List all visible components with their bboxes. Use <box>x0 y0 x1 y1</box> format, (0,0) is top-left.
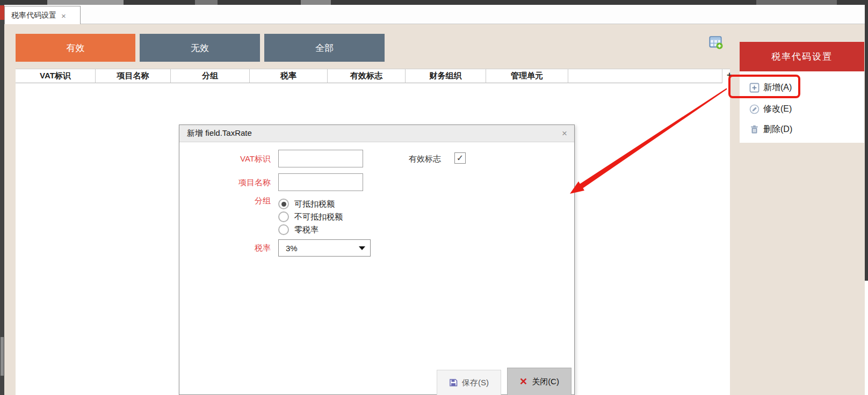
radio-deductible[interactable]: 可抵扣税额 <box>278 198 335 210</box>
radio-icon <box>278 199 289 209</box>
item-name-input[interactable] <box>278 173 363 191</box>
radio-icon <box>278 211 289 222</box>
radio-label: 可抵扣税额 <box>294 199 335 209</box>
table-export-icon <box>709 35 723 49</box>
vat-field-label: VAT标识 <box>179 150 271 168</box>
filter-invalid-button[interactable]: 无效 <box>140 34 260 62</box>
dialog-close-icon[interactable]: × <box>562 128 567 139</box>
table-header-row: VAT标识 项目名称 分组 税率 有效标志 财务组织 管理单元 <box>16 69 722 83</box>
titlebar-fragment <box>756 0 837 5</box>
tax-rate-value: 3% <box>279 244 359 253</box>
left-edge-red-marker <box>0 5 4 20</box>
vat-input[interactable] <box>278 150 363 167</box>
filter-invalid-label: 无效 <box>191 42 209 54</box>
filter-valid-button[interactable]: 有效 <box>16 34 135 62</box>
titlebar <box>0 0 868 5</box>
sidebar-title: 税率代码设置 <box>771 50 833 63</box>
item-name-label: 项目名称 <box>179 173 271 192</box>
close-button-label: 关闭(C) <box>532 377 559 387</box>
filter-all-label: 全部 <box>315 42 334 54</box>
left-scrollbar-track[interactable] <box>0 5 4 395</box>
left-scrollbar-thumb[interactable] <box>1 337 4 376</box>
sidebar-item-label: 新增(A) <box>763 82 792 93</box>
tab-bar: 税率代码设置 × <box>4 5 865 24</box>
filter-all-button[interactable]: 全部 <box>264 34 385 62</box>
sidebar-item-add[interactable]: 新增(A) <box>749 81 792 94</box>
column-header-group[interactable]: 分组 <box>171 69 250 83</box>
dialog-title: 新增 field.TaxRate <box>179 128 252 138</box>
save-button-label: 保存(S) <box>462 378 489 388</box>
save-floppy-icon <box>449 378 458 387</box>
tab-title: 税率代码设置 <box>11 11 56 20</box>
dialog-titlebar[interactable]: 新增 field.TaxRate × <box>179 125 574 142</box>
column-header-mgmt-unit[interactable]: 管理单元 <box>486 69 568 83</box>
edit-pencil-icon <box>749 104 760 114</box>
tab-close-icon[interactable]: × <box>61 11 66 20</box>
sidebar-item-edit[interactable]: 修改(E) <box>749 102 792 116</box>
radio-label: 零税率 <box>294 225 319 235</box>
tax-rate-dropdown[interactable]: 3% <box>278 239 371 257</box>
titlebar-fragment <box>301 0 331 5</box>
radio-zero-rate[interactable]: 零税率 <box>278 224 319 236</box>
sidebar-item-label: 修改(E) <box>763 104 792 115</box>
export-table-button[interactable] <box>709 35 723 49</box>
radio-non-deductible[interactable]: 不可抵扣税额 <box>278 211 343 223</box>
app-window: 税率代码设置 × 有效 无效 全部 VAT标识 项目名称 分组 税 <box>0 0 868 395</box>
radio-icon <box>278 224 289 235</box>
column-header-vat[interactable]: VAT标识 <box>16 69 96 83</box>
close-x-icon: ✕ <box>519 376 527 387</box>
tab-tax-rate-settings[interactable]: 税率代码设置 × <box>4 6 81 25</box>
radio-label: 不可抵扣税额 <box>294 212 343 222</box>
titlebar-fragment <box>47 0 124 5</box>
delete-trash-icon <box>749 125 760 135</box>
group-field-label: 分组 <box>179 195 271 207</box>
action-sidebar: 新增(A) 修改(E) 删除(D) <box>740 71 864 143</box>
add-tax-rate-dialog: 新增 field.TaxRate × VAT标识 有效标志 ✓ 项目名称 分组 … <box>179 125 575 395</box>
filter-valid-label: 有效 <box>67 42 85 54</box>
column-header-filler <box>568 69 722 83</box>
right-edge-strip <box>865 5 868 281</box>
sidebar-header: 税率代码设置 <box>740 42 864 71</box>
titlebar-fragment <box>195 0 218 5</box>
dropdown-caret-icon <box>359 246 365 250</box>
valid-flag-checkbox[interactable]: ✓ <box>454 152 466 164</box>
save-button[interactable]: 保存(S) <box>437 370 501 395</box>
column-header-valid-flag[interactable]: 有效标志 <box>328 69 406 83</box>
column-header-item-name[interactable]: 项目名称 <box>96 69 171 83</box>
add-column-icon[interactable]: + <box>724 70 735 82</box>
sidebar-item-label: 删除(D) <box>763 124 792 135</box>
add-plus-icon <box>749 83 760 93</box>
sidebar-item-delete[interactable]: 删除(D) <box>749 122 792 136</box>
column-header-tax-rate[interactable]: 税率 <box>250 69 328 83</box>
valid-flag-label: 有效标志 <box>409 150 441 168</box>
rate-field-label: 税率 <box>179 239 271 257</box>
column-header-finance-org[interactable]: 财务组织 <box>406 69 486 83</box>
close-button[interactable]: ✕ 关闭(C) <box>507 368 572 395</box>
check-icon: ✓ <box>457 153 464 163</box>
